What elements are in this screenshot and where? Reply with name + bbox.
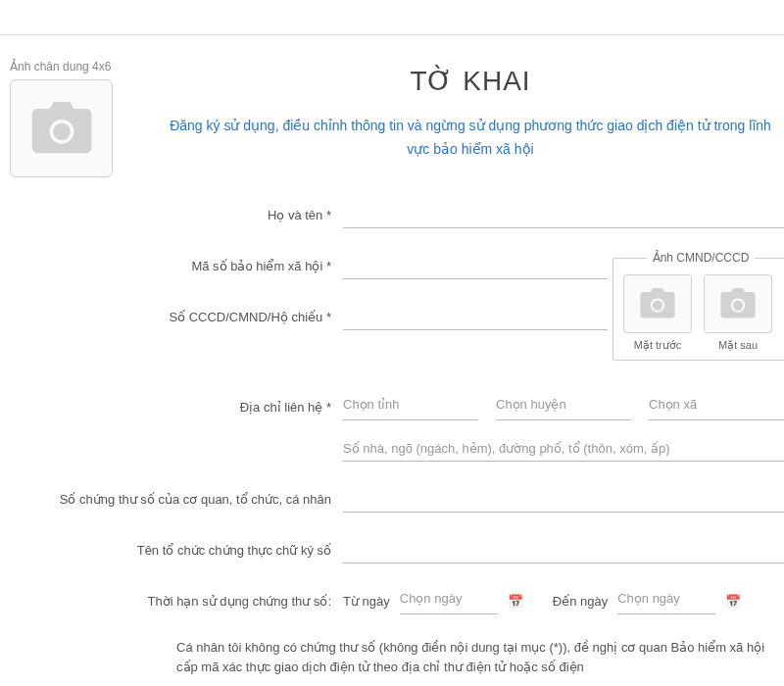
fullname-label: Họ và tên * xyxy=(10,208,343,222)
calendar-icon[interactable]: 📅 xyxy=(508,594,523,609)
id-front-upload[interactable] xyxy=(623,274,692,333)
cert-validity-label: Thời hạn sử dụng chứng thư số: xyxy=(10,594,343,609)
cert-org-input[interactable] xyxy=(343,538,784,564)
svg-point-3 xyxy=(653,300,662,310)
id-no-label: Số CCCD/CMND/Hộ chiếu * xyxy=(10,310,343,324)
from-date-input[interactable]: Chọn ngày xyxy=(400,589,498,614)
footer-note: Cá nhân tôi không có chứng thư số (không… xyxy=(176,638,784,679)
svg-point-5 xyxy=(733,300,743,310)
address-detail-input[interactable] xyxy=(343,436,784,462)
cert-org-label: Tên tổ chức chứng thực chữ ký số xyxy=(10,543,343,558)
form-subtitle: Đăng ký sử dụng, điều chỉnh thông tin và… xyxy=(157,115,784,162)
fullname-input[interactable] xyxy=(343,203,784,228)
to-date-input[interactable]: Chọn ngày xyxy=(617,589,715,614)
cert-no-label: Số chứng thư số của cơ quan, tổ chức, cá… xyxy=(10,492,343,507)
id-back-caption: Mặt sau xyxy=(704,339,772,352)
ward-select[interactable]: Chọn xã xyxy=(649,395,784,420)
id-photo-group: Ảnh CMND/CCCD Mặt trước xyxy=(612,251,784,361)
svg-point-1 xyxy=(53,122,71,140)
portrait-label: Ảnh chân dung 4x6 xyxy=(10,60,137,74)
to-date-label: Đến ngày xyxy=(553,594,608,609)
camera-icon xyxy=(27,102,96,156)
camera-icon xyxy=(718,288,758,319)
insurance-no-label: Mã số bảo hiểm xã hội * xyxy=(10,259,343,273)
cert-no-input[interactable] xyxy=(343,487,784,513)
province-select[interactable]: Chọn tỉnh xyxy=(343,395,478,420)
address-label: Địa chỉ liên hệ * xyxy=(10,400,343,415)
from-date-label: Từ ngày xyxy=(343,594,390,609)
id-back-upload[interactable] xyxy=(704,274,772,333)
id-photo-legend: Ảnh CMND/CCCD xyxy=(647,251,756,265)
camera-icon xyxy=(638,288,677,319)
portrait-upload-box[interactable] xyxy=(10,79,113,177)
form-title: TỜ KHAI xyxy=(157,65,784,97)
id-no-input[interactable] xyxy=(343,305,608,330)
calendar-icon[interactable]: 📅 xyxy=(725,594,741,609)
district-select[interactable]: Chọn huyện xyxy=(496,395,631,420)
insurance-no-input[interactable] xyxy=(343,254,608,279)
id-front-caption: Mặt trước xyxy=(623,339,692,352)
